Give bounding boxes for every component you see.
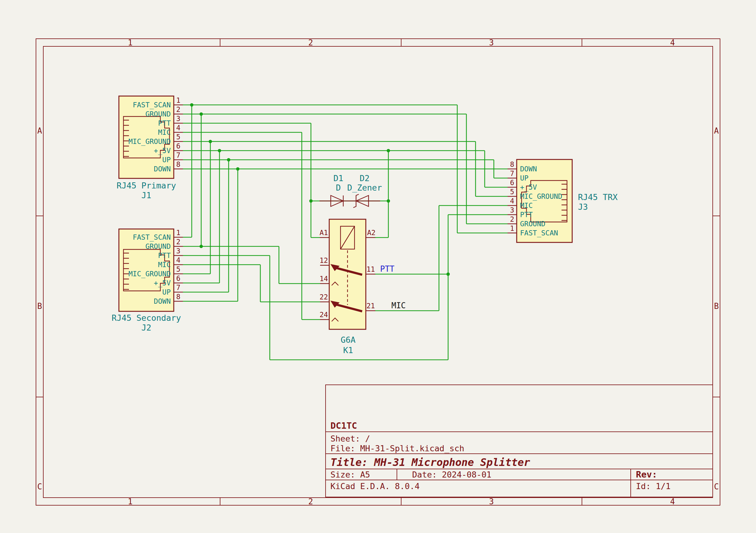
pin-number: 4 (176, 124, 180, 132)
pin-number: 5 (176, 133, 180, 141)
component-reference: J1 (142, 191, 151, 200)
grid-row-label: C (37, 482, 42, 491)
pin-name: DOWN (154, 165, 171, 173)
titleblock-generator: KiCad E.D.A. 8.0.4 (331, 482, 420, 491)
pin-name: MIC (520, 202, 533, 210)
pin-number: 7 (176, 284, 180, 292)
pin-name: GROUND (146, 110, 171, 118)
pin-number: 22 (319, 293, 328, 301)
pin-name: +_5V (154, 279, 171, 287)
pin-name: GROUND (520, 220, 545, 228)
junction (446, 273, 450, 276)
pin-name: MIC_GROUND (520, 192, 562, 201)
pin-number: 5 (510, 188, 514, 196)
titleblock-id: Id: 1/1 (636, 482, 671, 491)
pin-number: 8 (176, 293, 180, 301)
net-fast-scan[interactable] (183, 105, 507, 237)
component-reference: K1 (343, 346, 353, 355)
net-mic-j1[interactable] (183, 132, 320, 320)
pin-number: 8 (176, 160, 180, 168)
titleblock-size: Size: A5 (331, 470, 370, 479)
junction (310, 199, 313, 203)
net-label-mic[interactable]: MIC (392, 301, 406, 310)
pin-number: 3 (176, 247, 180, 255)
component-j2[interactable]: 1 2 3 4 5 6 7 8 FAST_SCAN GROUND PTT MIC… (112, 229, 183, 332)
grid-col-label: 2 (308, 38, 313, 47)
pin-number: 7 (176, 151, 180, 159)
pin-name: PTT (520, 211, 533, 219)
component-d2[interactable]: D2 D_Zener (347, 174, 382, 208)
pin-name: GROUND (146, 242, 171, 250)
pin-number: 3 (176, 115, 180, 123)
pin-name: UP (162, 156, 171, 164)
pin-name: +_5V (520, 183, 537, 191)
junction (200, 245, 203, 248)
pin-number: 1 (176, 229, 180, 237)
component-value: RJ45 Secondary (112, 313, 181, 323)
pin-number: 5 (176, 265, 180, 273)
component-reference: J3 (578, 202, 588, 211)
grid-row-label: A (37, 126, 42, 135)
component-reference: J2 (142, 323, 151, 332)
grid-col-label: 3 (489, 497, 494, 506)
component-j1[interactable]: 1 2 3 4 5 6 7 8 FAST_SCAN GROUND PTT MIC… (117, 96, 183, 200)
grid-col-label: 2 (308, 497, 313, 506)
junction (209, 140, 212, 143)
pin-name: MIC_GROUND (129, 137, 171, 146)
pin-name: FAST_SCAN (133, 101, 171, 109)
pin-number: 3 (510, 206, 514, 214)
net-label-ptt[interactable]: PTT (380, 265, 394, 273)
titleblock-sheet: Sheet: / (331, 434, 370, 443)
schematic-canvas: 1 2 3 4 1 2 3 4 A B C A B C (0, 0, 756, 533)
titleblock-title: Title: MH-31 Microphone Splitter (331, 456, 530, 468)
grid-row-label: B (714, 301, 719, 311)
kicad-schematic-page: 1 2 3 4 1 2 3 4 A B C A B C (0, 0, 756, 533)
pin-number: 1 (510, 224, 514, 232)
grid-col-label: 1 (128, 497, 133, 506)
junction (387, 199, 390, 203)
junction (218, 149, 221, 153)
pin-number: 2 (176, 238, 180, 246)
pin-name: +_5V (154, 147, 171, 155)
component-value: RJ45 Primary (117, 181, 176, 190)
net-ptt-j1-coil[interactable] (183, 123, 320, 238)
junction (190, 103, 194, 107)
grid-row-label: C (714, 482, 719, 491)
pin-number: 11 (366, 265, 375, 273)
junction (227, 158, 230, 162)
pin-number: 7 (510, 170, 514, 178)
component-value: D (336, 183, 341, 192)
junction (200, 113, 203, 116)
pin-number: 1 (176, 96, 180, 104)
titleblock-file: File: MH-31-Split.kicad_sch (331, 444, 464, 453)
pin-number: 12 (319, 256, 328, 265)
pin-number: 4 (176, 256, 180, 264)
component-value: G6A (341, 335, 356, 345)
pin-number: 14 (319, 275, 328, 283)
pin-name: A1 (319, 229, 328, 237)
net-mic-switched[interactable] (375, 206, 507, 311)
pin-name: UP (162, 288, 171, 296)
pin-number: 6 (176, 142, 180, 150)
pin-number: 6 (510, 179, 514, 186)
pin-name: MIC (158, 261, 171, 268)
pin-number: 24 (319, 311, 328, 319)
grid-col-label: 4 (670, 497, 675, 506)
pin-name: MIC_GROUND (129, 270, 171, 278)
pin-name: FAST_SCAN (133, 233, 171, 241)
component-j3[interactable]: 8 7 6 5 4 3 2 1 DOWN UP +_5V MIC_GROUND … (507, 159, 618, 242)
pin-number: 8 (510, 160, 514, 168)
pin-name: DOWN (154, 297, 171, 305)
component-value: RJ45 TRX (578, 192, 618, 202)
pin-number: 6 (176, 274, 180, 282)
junction (387, 149, 390, 153)
pin-number: 2 (176, 105, 180, 113)
titleblock-company: DC1TC (331, 420, 357, 431)
grid-col-label: 3 (489, 38, 494, 47)
component-k1[interactable]: A1 A2 12 14 22 24 11 21 G6A K1 (319, 219, 376, 355)
grid-row-label: A (714, 126, 719, 135)
component-reference: D2 (360, 174, 370, 183)
pin-name: PTT (158, 252, 171, 260)
grid-row-label: B (37, 301, 42, 311)
pin-name: UP (520, 174, 528, 182)
